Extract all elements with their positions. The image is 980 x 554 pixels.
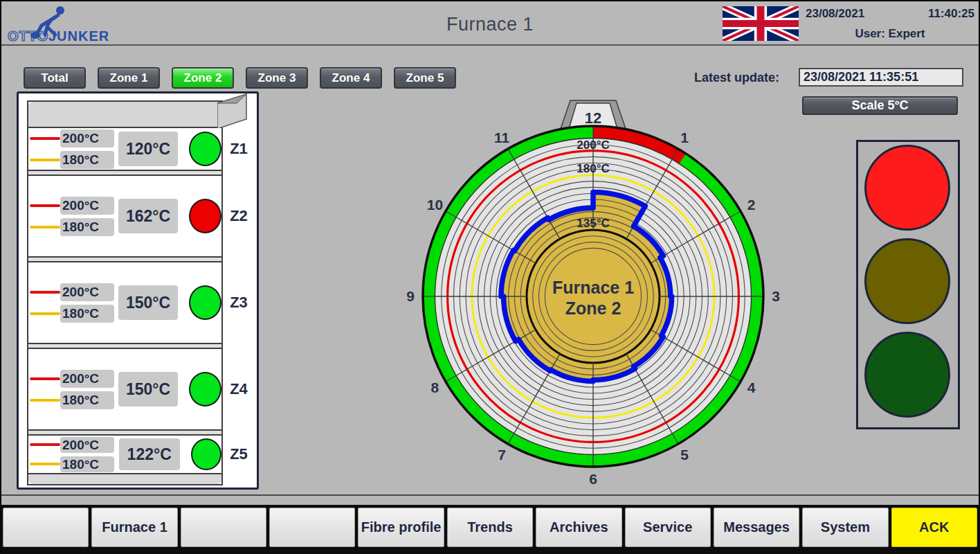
latest-update-value: 23/08/2021 11:35:51 [799,68,963,87]
zone-status-lamp [189,199,221,233]
panel-lid-flap [217,93,253,131]
zone-temperature-value: 120°C [118,132,178,166]
high-limit-line [30,377,60,380]
nav-button-archives[interactable]: Archives [536,508,621,547]
tab-zone-5[interactable]: Zone 5 [394,67,456,89]
tab-total[interactable]: Total [24,67,86,89]
zone-temperature-value: 150°C [118,285,178,320]
low-limit-value: 180°C [60,456,114,472]
panel-footer [28,473,221,484]
svg-text:2: 2 [747,197,756,213]
furnace-chart-svg: 200°C180°C135°CFurnace 1Zone 21212345678… [392,96,794,497]
zone-status-lamp [189,285,221,320]
row-divider [28,256,221,262]
svg-text:200°C: 200°C [577,138,609,152]
tab-zone-1[interactable]: Zone 1 [98,67,160,89]
logo-word-junker: JUNKER [48,28,109,43]
row-divider [28,429,221,436]
svg-text:1: 1 [680,129,689,145]
limit-block: 200°C 180°C [30,197,114,236]
zone-label: Z1 [224,140,253,158]
limit-block: 200°C 180°C [30,129,114,169]
traffic-light-green [864,332,950,418]
panel-lid [28,102,221,128]
user-display: User: Expert [806,27,974,41]
otto-junker-logo: OTTO JUNKER [7,3,111,43]
nav-button-ack[interactable]: ACK [891,508,977,547]
zone-row-z5: 200°C 180°C 122°C Z5 [28,436,221,473]
svg-text:4: 4 [747,379,756,395]
low-limit-value: 180°C [60,391,114,409]
zone-status-lamp [189,132,221,166]
date-display: 23/08/2021 [806,7,864,21]
scale-button[interactable]: Scale 5°C [802,96,958,115]
zone-row-z4: 200°C 180°C 150°C Z4 [28,349,221,429]
nav-button-empty-2[interactable] [181,508,266,547]
tab-zone-4[interactable]: Zone 4 [320,67,382,89]
nav-button-trends[interactable]: Trends [447,508,533,547]
zone-label: Z2 [224,207,253,225]
svg-text:5: 5 [680,447,689,463]
svg-text:11: 11 [494,129,510,145]
zone-label: Z3 [224,294,253,312]
high-limit-value: 200°C [60,283,114,301]
zone-temperature-value: 122°C [119,438,180,470]
limit-block: 200°C 180°C [30,370,114,409]
zone-rows-box: 200°C 180°C 120°C Z1 200°C 180°C 162°C Z… [27,100,223,485]
time-display: 11:40:25 [928,7,974,21]
uk-flag-icon [723,6,799,41]
nav-button-service[interactable]: Service [625,508,711,547]
zone-label: Z5 [224,445,253,463]
low-limit-value: 180°C [60,151,114,169]
hmi-screen: OTTO JUNKER Furnace 1 23/08/2021 11:40:2… [0,0,980,554]
svg-text:7: 7 [498,447,506,463]
nav-button-empty-1[interactable] [3,508,89,547]
header: OTTO JUNKER Furnace 1 23/08/2021 11:40:2… [1,1,979,44]
row-divider [28,343,221,349]
zone-status-lamp [191,438,221,470]
row-divider [28,170,221,176]
nav-button-fibre-profile[interactable]: Fibre profile [358,508,444,547]
high-limit-value: 200°C [60,370,114,388]
zone-row-z2: 200°C 180°C 162°C Z2 [28,176,221,256]
nav-button-system[interactable]: System [802,508,888,547]
svg-text:9: 9 [406,288,415,304]
traffic-light-red [864,145,950,231]
traffic-light-yellow [864,238,950,324]
low-limit-line [30,463,60,465]
zone-label: Z4 [224,380,253,398]
header-status-block: 23/08/2021 11:40:25 User: Expert [806,7,974,41]
header-divider [1,44,979,46]
alarm-traffic-light [856,140,960,429]
tab-zone-3[interactable]: Zone 3 [246,67,308,89]
high-limit-value: 200°C [60,129,114,148]
high-limit-line [30,291,60,294]
bottom-divider [1,494,979,496]
low-limit-value: 180°C [60,218,114,236]
zone-tabs: Total Zone 1 Zone 2 Zone 3 Zone 4 Zone 5 [24,67,456,89]
low-limit-line [30,159,60,161]
limit-block: 200°C 180°C [30,437,115,472]
nav-button-furnace-1[interactable]: Furnace 1 [91,508,177,547]
high-limit-line [30,137,60,140]
zone-row-z1: 200°C 180°C 120°C Z1 [28,128,221,170]
tab-zone-2[interactable]: Zone 2 [172,67,234,89]
nav-button-messages[interactable]: Messages [714,508,799,547]
nav-button-empty-3[interactable] [269,508,355,547]
svg-text:6: 6 [589,471,597,487]
svg-text:Furnace 1: Furnace 1 [552,278,634,297]
svg-text:10: 10 [427,197,443,213]
low-limit-line [30,399,60,402]
svg-text:3: 3 [772,288,780,304]
furnace-profile-chart: 200°C180°C135°CFurnace 1Zone 21212345678… [392,96,794,497]
low-limit-line [30,226,60,229]
zone-row-z3: 200°C 180°C 150°C Z3 [28,262,221,343]
latest-update-label: Latest update: [694,71,779,85]
zone-temperature-value: 150°C [118,372,178,406]
high-limit-line [30,204,60,207]
logo-word-otto: OTTO [8,28,48,43]
zone-temperature-value: 162°C [118,199,178,233]
zone-summary-panel: 200°C 180°C 120°C Z1 200°C 180°C 162°C Z… [17,91,259,490]
high-limit-line [30,443,60,446]
svg-text:Zone 2: Zone 2 [565,298,621,318]
